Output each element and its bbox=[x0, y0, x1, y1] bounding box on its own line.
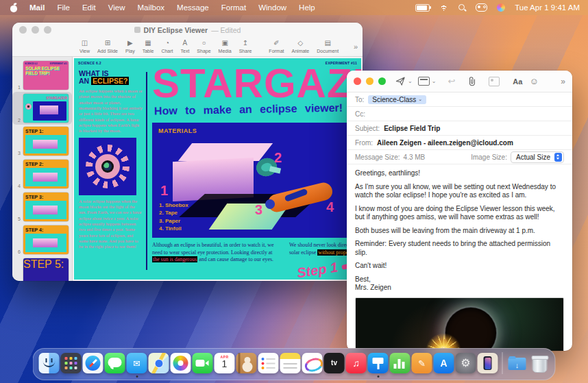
keynote-window: DIY Eclipse Viewer — Edited ◫View⊞Add Sl… bbox=[12, 23, 363, 281]
close-button[interactable] bbox=[19, 26, 27, 34]
format-icon[interactable]: Aa bbox=[513, 75, 522, 88]
keynote-titlebar: DIY Eclipse Viewer — Edited bbox=[12, 23, 363, 37]
toolbar-document-button[interactable]: ▤Document bbox=[317, 40, 339, 53]
from-value: Aileen Zeigen - aileen.zeigen@icloud.com bbox=[377, 139, 513, 147]
slide-divider bbox=[146, 72, 147, 270]
dock-freeform-icon[interactable] bbox=[302, 353, 323, 373]
minimize-button[interactable] bbox=[366, 77, 373, 85]
menu-item-mail[interactable]: Mail bbox=[23, 3, 51, 12]
toolbar-label: Share bbox=[239, 49, 252, 53]
dock-pages-icon[interactable]: ✎ bbox=[412, 353, 432, 373]
dock-facetime-icon[interactable] bbox=[193, 353, 213, 373]
menu-item-file[interactable]: File bbox=[51, 3, 76, 12]
menu-item-help[interactable]: Help bbox=[293, 3, 321, 12]
recipient-token[interactable]: Science-Class⌄ bbox=[368, 95, 426, 104]
menu-item-edit[interactable]: Edit bbox=[76, 3, 102, 12]
dock-launchpad-icon[interactable] bbox=[61, 353, 82, 373]
toolbar-format-button[interactable]: ✐Format bbox=[269, 40, 284, 53]
zoom-button[interactable] bbox=[378, 77, 386, 85]
send-options-chevron-icon[interactable]: ⌄ bbox=[408, 75, 413, 88]
dock-iphone-mirroring-icon[interactable] bbox=[478, 353, 498, 373]
slide-thumbnail-7[interactable]: 7STEP 5: bbox=[12, 256, 72, 281]
dock-maps-icon[interactable] bbox=[149, 353, 169, 373]
close-button[interactable] bbox=[354, 77, 361, 85]
dock-reminders-icon[interactable] bbox=[258, 353, 279, 373]
dock-notes-icon[interactable] bbox=[280, 353, 301, 373]
dock-tv-icon[interactable]: tv bbox=[324, 353, 345, 373]
send-icon[interactable] bbox=[395, 75, 406, 88]
toolbar-overflow-chevron[interactable]: » bbox=[561, 75, 565, 88]
image-size-select[interactable]: Actual Size bbox=[511, 151, 564, 163]
body-paragraph: Can't wait! bbox=[355, 262, 564, 271]
dock-messages-icon[interactable] bbox=[105, 353, 125, 373]
slide-paragraph-2: A solar eclipse happens when the moon bl… bbox=[79, 199, 143, 250]
dock-downloads-icon[interactable]: ↓ bbox=[507, 353, 528, 373]
slide-stargazer[interactable]: SCIENCE 6.2 EXPERIMENT #11 WHAT IS AN EC… bbox=[74, 58, 361, 280]
toolbar-view-button[interactable]: ◫View bbox=[79, 40, 90, 53]
slide-thumbnail-3[interactable]: 3STEP 1: bbox=[12, 125, 72, 158]
slide-thumbnail-4[interactable]: 4STEP 2: bbox=[12, 158, 72, 190]
token-chevron-icon: ⌄ bbox=[418, 97, 422, 102]
dock-music-icon[interactable]: ♫ bbox=[346, 353, 367, 373]
apple-menu-icon[interactable] bbox=[10, 3, 18, 12]
battery-icon[interactable] bbox=[415, 4, 430, 12]
media-icon: ▣ bbox=[221, 40, 228, 47]
slide-thumbnail-2[interactable]: 2STARGAZER bbox=[12, 92, 72, 125]
menu-item-view[interactable]: View bbox=[102, 3, 132, 12]
dock-keynote-icon[interactable] bbox=[368, 353, 389, 373]
dock-separator bbox=[502, 352, 503, 374]
slide-number: 4 bbox=[14, 184, 21, 188]
toolbar-shape-button[interactable]: ○Shape bbox=[197, 40, 210, 53]
toolbar-play-button[interactable]: ▶Play bbox=[125, 40, 135, 53]
cc-field[interactable]: Cc: bbox=[347, 107, 572, 121]
from-field[interactable]: From: Aileen Zeigen - aileen.zeigen@iclo… bbox=[347, 136, 572, 150]
toolbar-label: Add Slide bbox=[97, 49, 118, 53]
toolbar-animate-button[interactable]: ◇Animate bbox=[292, 40, 310, 53]
subject-field[interactable]: Subject: Eclipse Field Trip bbox=[347, 121, 572, 136]
message-body[interactable]: Greetings, earthlings!As I'm sure you al… bbox=[347, 164, 572, 293]
siri-icon[interactable] bbox=[497, 3, 505, 12]
message-size-value: 4.3 MB bbox=[404, 153, 426, 161]
toolbar-chart-button[interactable]: ◔Chart bbox=[161, 40, 173, 53]
toolbar-text-button[interactable]: AText bbox=[181, 40, 190, 53]
dock-appstore-icon[interactable]: A bbox=[434, 353, 454, 373]
danger-highlight: the sun is dangerous bbox=[152, 256, 197, 262]
dock-settings-icon[interactable]: ⚙ bbox=[456, 353, 476, 373]
dock-calendar-icon[interactable]: APR1 bbox=[215, 353, 235, 373]
dock-finder-icon[interactable] bbox=[39, 353, 60, 373]
header-fields-chevron-icon[interactable]: ⌄ bbox=[432, 75, 437, 88]
dock-mail-icon[interactable]: ✉ bbox=[127, 353, 147, 373]
slide-thumbnail-5[interactable]: 5STEP 3: bbox=[12, 190, 72, 223]
slide-thumbnail-1[interactable]: 1SCIENCE 6.2EXPERIMENT #11SOLAR ECLIPSE … bbox=[12, 59, 72, 92]
dock-trash-icon[interactable] bbox=[529, 353, 550, 373]
menu-clock[interactable]: Tue Apr 1 9:41 AM bbox=[515, 3, 580, 12]
toolbar-label: Text bbox=[181, 49, 190, 53]
eclipse-attachment-image[interactable] bbox=[355, 297, 564, 351]
attach-icon[interactable] bbox=[467, 75, 476, 88]
control-center-icon[interactable] bbox=[476, 3, 487, 12]
slide-number: 2 bbox=[14, 118, 21, 123]
body-paragraph: I know most of you are doing the Eclipse… bbox=[355, 205, 564, 222]
emoji-icon[interactable]: ☺ bbox=[529, 75, 538, 88]
menu-item-message[interactable]: Message bbox=[171, 3, 215, 12]
toolbar-table-button[interactable]: ▦Table bbox=[143, 40, 154, 53]
toolbar-label: Table bbox=[143, 49, 154, 53]
menu-item-mailbox[interactable]: Mailbox bbox=[131, 3, 171, 12]
zoom-button[interactable] bbox=[44, 26, 51, 34]
toolbar-overflow-chevron[interactable]: » bbox=[354, 42, 358, 51]
menu-item-format[interactable]: Format bbox=[215, 3, 252, 12]
toolbar-share-button[interactable]: ↥Share bbox=[239, 40, 252, 53]
dock-safari-icon[interactable] bbox=[83, 353, 103, 373]
dock-numbers-icon[interactable] bbox=[390, 353, 411, 373]
dock-photos-icon[interactable] bbox=[171, 353, 191, 373]
search-icon[interactable] bbox=[458, 3, 466, 12]
to-field[interactable]: To: Science-Class⌄ bbox=[347, 92, 572, 107]
header-fields-icon[interactable] bbox=[418, 75, 430, 88]
dock-contacts-icon[interactable] bbox=[236, 353, 257, 373]
slide-thumbnail-6[interactable]: 6STEP 4: bbox=[12, 223, 72, 256]
minimize-button[interactable] bbox=[32, 26, 39, 34]
menu-item-window[interactable]: Window bbox=[252, 3, 293, 12]
toolbar-add-slide-button[interactable]: ⊞Add Slide bbox=[97, 40, 118, 53]
wifi-icon[interactable] bbox=[439, 4, 448, 11]
toolbar-media-button[interactable]: ▣Media bbox=[219, 40, 232, 53]
